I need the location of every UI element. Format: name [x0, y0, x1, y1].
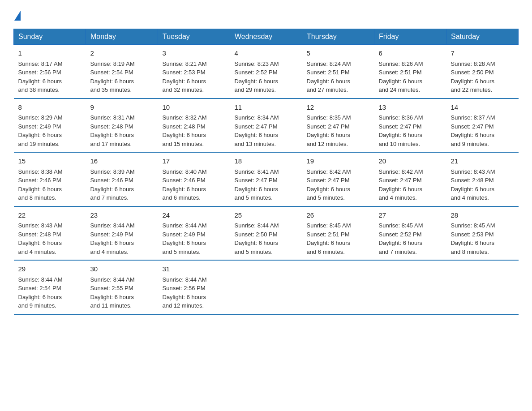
- logo: [13, 9, 21, 21]
- page-header: [13, 9, 519, 21]
- day-number: 15: [18, 156, 82, 167]
- day-number: 4: [235, 48, 298, 59]
- calendar-day-cell: 10Sunrise: 8:32 AM Sunset: 2:48 PM Dayli…: [158, 98, 230, 153]
- day-sun-info: Sunrise: 8:43 AM Sunset: 2:48 PM Dayligh…: [18, 222, 63, 255]
- calendar-week-row: 29Sunrise: 8:44 AM Sunset: 2:54 PM Dayli…: [14, 260, 519, 314]
- day-sun-info: Sunrise: 8:35 AM Sunset: 2:47 PM Dayligh…: [307, 114, 351, 147]
- calendar-day-cell: 21Sunrise: 8:43 AM Sunset: 2:48 PM Dayli…: [446, 152, 519, 206]
- day-number: 14: [451, 103, 514, 113]
- weekday-header-tuesday: Tuesday: [158, 29, 230, 45]
- calendar-header: SundayMondayTuesdayWednesdayThursdayFrid…: [14, 29, 519, 45]
- calendar-week-row: 15Sunrise: 8:38 AM Sunset: 2:46 PM Dayli…: [14, 152, 519, 206]
- day-sun-info: Sunrise: 8:41 AM Sunset: 2:47 PM Dayligh…: [235, 168, 279, 201]
- calendar-day-cell: 31Sunrise: 8:44 AM Sunset: 2:56 PM Dayli…: [158, 260, 230, 314]
- day-sun-info: Sunrise: 8:37 AM Sunset: 2:47 PM Dayligh…: [451, 114, 495, 147]
- calendar-day-cell: 16Sunrise: 8:39 AM Sunset: 2:46 PM Dayli…: [86, 152, 158, 206]
- day-sun-info: Sunrise: 8:32 AM Sunset: 2:48 PM Dayligh…: [163, 114, 207, 147]
- day-number: 27: [379, 210, 442, 221]
- day-number: 18: [235, 156, 298, 167]
- day-sun-info: Sunrise: 8:21 AM Sunset: 2:53 PM Dayligh…: [163, 60, 207, 94]
- weekday-header-monday: Monday: [86, 29, 158, 45]
- day-sun-info: Sunrise: 8:34 AM Sunset: 2:47 PM Dayligh…: [235, 114, 279, 147]
- day-number: 12: [307, 103, 370, 113]
- calendar-day-cell: 24Sunrise: 8:44 AM Sunset: 2:49 PM Dayli…: [158, 206, 230, 261]
- day-number: 1: [18, 48, 82, 59]
- calendar-body: 1Sunrise: 8:17 AM Sunset: 2:56 PM Daylig…: [14, 45, 519, 314]
- day-sun-info: Sunrise: 8:24 AM Sunset: 2:51 PM Dayligh…: [307, 60, 351, 94]
- calendar-day-cell: [302, 260, 374, 314]
- weekday-header-saturday: Saturday: [446, 29, 519, 45]
- calendar-day-cell: [230, 260, 302, 314]
- day-number: 28: [451, 210, 514, 221]
- calendar-day-cell: 19Sunrise: 8:42 AM Sunset: 2:47 PM Dayli…: [302, 152, 374, 206]
- day-number: 30: [90, 264, 154, 274]
- day-sun-info: Sunrise: 8:31 AM Sunset: 2:48 PM Dayligh…: [90, 114, 135, 147]
- day-number: 26: [307, 210, 370, 221]
- weekday-header-wednesday: Wednesday: [230, 29, 302, 45]
- day-sun-info: Sunrise: 8:39 AM Sunset: 2:46 PM Dayligh…: [90, 168, 135, 201]
- day-number: 7: [451, 48, 514, 59]
- calendar-day-cell: 18Sunrise: 8:41 AM Sunset: 2:47 PM Dayli…: [230, 152, 302, 206]
- day-sun-info: Sunrise: 8:19 AM Sunset: 2:54 PM Dayligh…: [90, 60, 135, 94]
- weekday-header-row: SundayMondayTuesdayWednesdayThursdayFrid…: [14, 29, 519, 45]
- calendar-week-row: 22Sunrise: 8:43 AM Sunset: 2:48 PM Dayli…: [14, 206, 519, 261]
- calendar-day-cell: 22Sunrise: 8:43 AM Sunset: 2:48 PM Dayli…: [14, 206, 86, 261]
- calendar-day-cell: 20Sunrise: 8:42 AM Sunset: 2:47 PM Dayli…: [374, 152, 446, 206]
- day-sun-info: Sunrise: 8:42 AM Sunset: 2:47 PM Dayligh…: [379, 168, 423, 201]
- day-number: 10: [163, 103, 226, 113]
- calendar-day-cell: 15Sunrise: 8:38 AM Sunset: 2:46 PM Dayli…: [14, 152, 86, 206]
- day-sun-info: Sunrise: 8:44 AM Sunset: 2:49 PM Dayligh…: [90, 222, 135, 255]
- calendar-table: SundayMondayTuesdayWednesdayThursdayFrid…: [13, 29, 519, 315]
- calendar-day-cell: [446, 260, 519, 314]
- calendar-day-cell: 30Sunrise: 8:44 AM Sunset: 2:55 PM Dayli…: [86, 260, 158, 314]
- calendar-day-cell: 11Sunrise: 8:34 AM Sunset: 2:47 PM Dayli…: [230, 98, 302, 153]
- day-sun-info: Sunrise: 8:45 AM Sunset: 2:51 PM Dayligh…: [307, 222, 351, 255]
- day-sun-info: Sunrise: 8:44 AM Sunset: 2:56 PM Dayligh…: [163, 276, 207, 309]
- calendar-day-cell: 3Sunrise: 8:21 AM Sunset: 2:53 PM Daylig…: [158, 45, 230, 98]
- day-number: 16: [90, 156, 154, 167]
- day-number: 17: [163, 156, 226, 167]
- calendar-day-cell: 9Sunrise: 8:31 AM Sunset: 2:48 PM Daylig…: [86, 98, 158, 153]
- calendar-day-cell: 13Sunrise: 8:36 AM Sunset: 2:47 PM Dayli…: [374, 98, 446, 153]
- weekday-header-sunday: Sunday: [14, 29, 86, 45]
- calendar-day-cell: 8Sunrise: 8:29 AM Sunset: 2:49 PM Daylig…: [14, 98, 86, 153]
- calendar-day-cell: 25Sunrise: 8:44 AM Sunset: 2:50 PM Dayli…: [230, 206, 302, 261]
- calendar-day-cell: 28Sunrise: 8:45 AM Sunset: 2:53 PM Dayli…: [446, 206, 519, 261]
- calendar-day-cell: 5Sunrise: 8:24 AM Sunset: 2:51 PM Daylig…: [302, 45, 374, 98]
- day-sun-info: Sunrise: 8:44 AM Sunset: 2:49 PM Dayligh…: [163, 222, 207, 255]
- day-sun-info: Sunrise: 8:42 AM Sunset: 2:47 PM Dayligh…: [307, 168, 351, 201]
- calendar-day-cell: 27Sunrise: 8:45 AM Sunset: 2:52 PM Dayli…: [374, 206, 446, 261]
- day-number: 8: [18, 103, 82, 113]
- calendar-day-cell: 29Sunrise: 8:44 AM Sunset: 2:54 PM Dayli…: [14, 260, 86, 314]
- day-sun-info: Sunrise: 8:44 AM Sunset: 2:50 PM Dayligh…: [235, 222, 279, 255]
- calendar-day-cell: 17Sunrise: 8:40 AM Sunset: 2:46 PM Dayli…: [158, 152, 230, 206]
- day-sun-info: Sunrise: 8:17 AM Sunset: 2:56 PM Dayligh…: [18, 60, 63, 94]
- day-sun-info: Sunrise: 8:44 AM Sunset: 2:54 PM Dayligh…: [18, 276, 63, 309]
- day-number: 13: [379, 103, 442, 113]
- day-number: 20: [379, 156, 442, 167]
- calendar-day-cell: [374, 260, 446, 314]
- day-sun-info: Sunrise: 8:23 AM Sunset: 2:52 PM Dayligh…: [235, 60, 279, 94]
- calendar-day-cell: 14Sunrise: 8:37 AM Sunset: 2:47 PM Dayli…: [446, 98, 519, 153]
- calendar-week-row: 8Sunrise: 8:29 AM Sunset: 2:49 PM Daylig…: [14, 98, 519, 153]
- day-sun-info: Sunrise: 8:36 AM Sunset: 2:47 PM Dayligh…: [379, 114, 423, 147]
- day-number: 6: [379, 48, 442, 59]
- calendar-day-cell: 1Sunrise: 8:17 AM Sunset: 2:56 PM Daylig…: [14, 45, 86, 98]
- calendar-day-cell: 23Sunrise: 8:44 AM Sunset: 2:49 PM Dayli…: [86, 206, 158, 261]
- day-number: 31: [163, 264, 226, 274]
- calendar-day-cell: 4Sunrise: 8:23 AM Sunset: 2:52 PM Daylig…: [230, 45, 302, 98]
- calendar-day-cell: 2Sunrise: 8:19 AM Sunset: 2:54 PM Daylig…: [86, 45, 158, 98]
- weekday-header-thursday: Thursday: [302, 29, 374, 45]
- weekday-header-friday: Friday: [374, 29, 446, 45]
- calendar-day-cell: 6Sunrise: 8:26 AM Sunset: 2:51 PM Daylig…: [374, 45, 446, 98]
- day-number: 3: [163, 48, 226, 59]
- day-number: 24: [163, 210, 226, 221]
- day-number: 23: [90, 210, 154, 221]
- day-sun-info: Sunrise: 8:40 AM Sunset: 2:46 PM Dayligh…: [163, 168, 207, 201]
- day-sun-info: Sunrise: 8:45 AM Sunset: 2:53 PM Dayligh…: [451, 222, 495, 255]
- day-sun-info: Sunrise: 8:43 AM Sunset: 2:48 PM Dayligh…: [451, 168, 495, 201]
- day-number: 19: [307, 156, 370, 167]
- logo-triangle-icon: [14, 11, 21, 21]
- day-sun-info: Sunrise: 8:45 AM Sunset: 2:52 PM Dayligh…: [379, 222, 423, 255]
- day-sun-info: Sunrise: 8:26 AM Sunset: 2:51 PM Dayligh…: [379, 60, 423, 94]
